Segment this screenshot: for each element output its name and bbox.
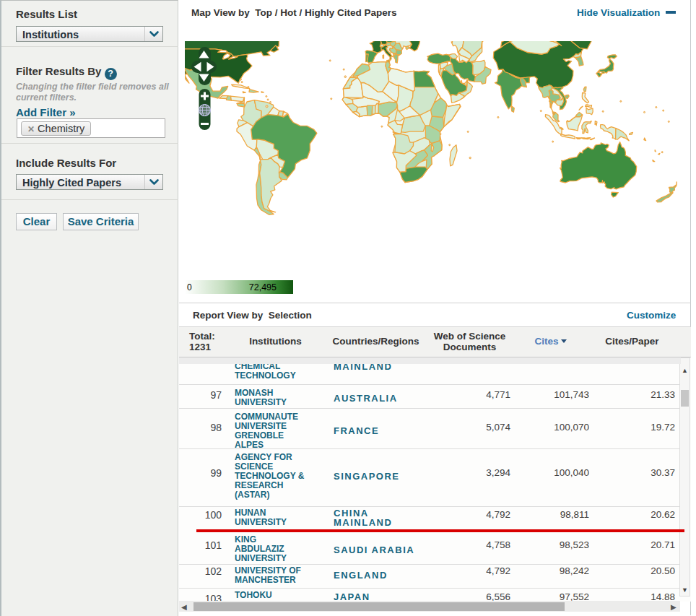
svg-text:0: 0 [187,282,192,292]
svg-text:72,495: 72,495 [249,282,277,292]
